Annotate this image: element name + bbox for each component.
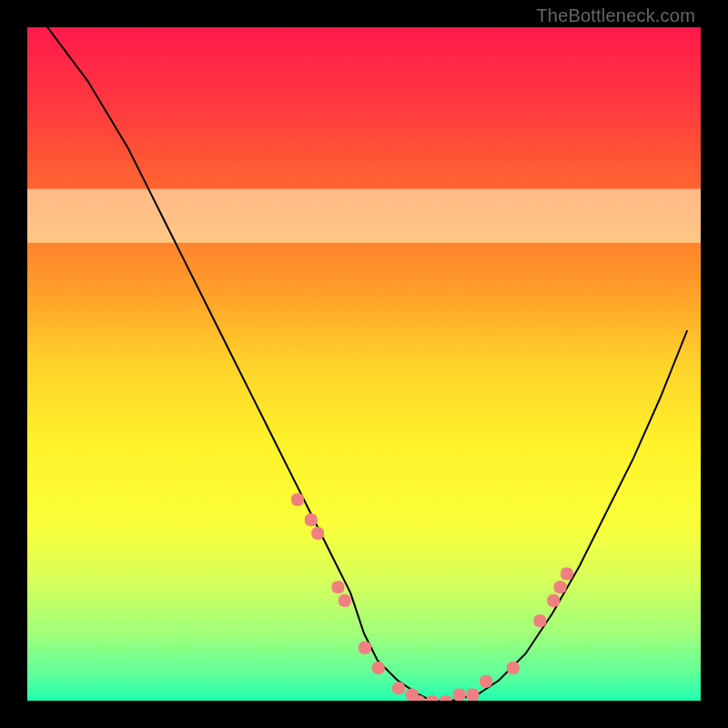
sample-point — [392, 682, 405, 694]
sample-point — [339, 594, 351, 607]
sample-point — [359, 642, 371, 654]
sample-point — [305, 513, 318, 526]
sample-point — [466, 689, 479, 701]
sample-point — [547, 594, 560, 607]
sample-point — [331, 581, 344, 593]
watermark-text: TheBottleneck.com — [536, 5, 695, 26]
sample-point — [453, 689, 466, 701]
sample-point — [554, 581, 567, 593]
sample-point — [507, 662, 520, 674]
sample-point — [311, 527, 324, 540]
sample-point — [561, 567, 573, 580]
chart-plot — [27, 27, 701, 701]
gradient-background — [27, 27, 701, 701]
highlight-band — [27, 189, 701, 243]
sample-point — [291, 493, 304, 506]
sample-point — [533, 614, 546, 627]
chart-frame: TheBottleneck.com — [0, 0, 728, 728]
sample-point — [480, 675, 492, 688]
sample-point — [372, 662, 385, 674]
